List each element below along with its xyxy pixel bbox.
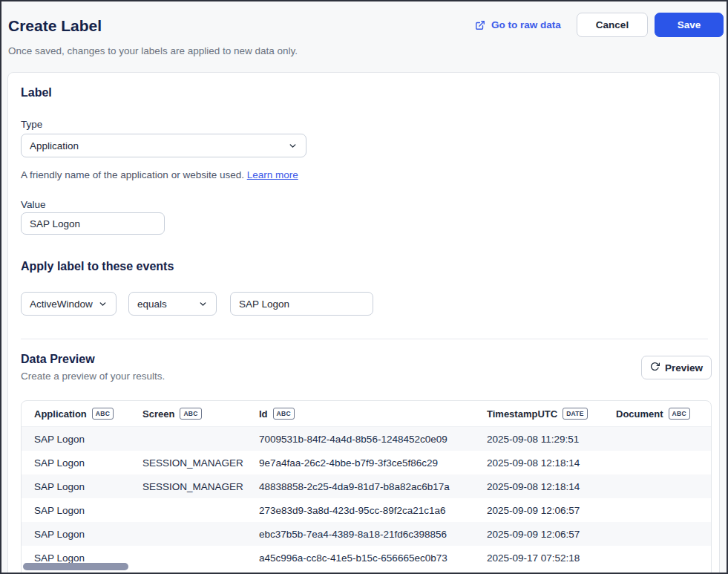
column-type-badge: ABC	[180, 408, 201, 420]
table-header-row: ApplicationABCScreenABCIdABCTimestampUTC…	[22, 401, 711, 427]
table-cell: SAP Logon	[22, 552, 130, 564]
table-cell: 48838858-2c25-4da9-81d7-b8a82ac6b17a	[246, 481, 474, 492]
table-cell: 2025-09-09 12:06:57	[474, 505, 603, 516]
data-preview-subtitle: Create a preview of your results.	[21, 371, 165, 382]
preview-button[interactable]: Preview	[641, 356, 712, 379]
operator-select[interactable]: equals	[128, 292, 217, 316]
section-divider	[21, 339, 708, 339]
type-select[interactable]: Application	[21, 134, 306, 157]
event-field-select[interactable]: ActiveWindow	[21, 292, 117, 316]
column-header[interactable]: DocumentABC	[603, 408, 711, 420]
learn-more-link[interactable]: Learn more	[247, 169, 298, 180]
column-header[interactable]: ApplicationABC	[22, 408, 130, 420]
value-input[interactable]: SAP Logon	[21, 212, 165, 235]
type-helper-text: A friendly name of the application or we…	[21, 169, 298, 180]
table-cell: 2025-09-09 12:06:57	[474, 529, 603, 540]
table-row[interactable]: SAP Logon7009531b-84f2-4a4d-8b56-1248452…	[22, 427, 711, 451]
column-header[interactable]: IdABC	[246, 408, 474, 420]
column-type-badge: ABC	[669, 408, 690, 420]
chevron-down-icon	[288, 141, 298, 151]
refresh-icon	[650, 362, 660, 374]
column-type-badge: DATE	[563, 408, 588, 420]
table-cell: SAP Logon	[22, 505, 130, 516]
column-header[interactable]: TimestampUTCDATE	[474, 408, 603, 420]
table-body: SAP Logon7009531b-84f2-4a4d-8b56-1248452…	[22, 427, 711, 570]
table-cell: 7009531b-84f2-4a4d-8b56-1248452c0e09	[246, 434, 474, 445]
save-button[interactable]: Save	[655, 13, 724, 37]
table-cell: SAP Logon	[22, 434, 130, 445]
table-row[interactable]: SAP LogonSESSION_MANAGER48838858-2c25-4d…	[22, 474, 711, 498]
table-row[interactable]: SAP LogonSESSION_MANAGER9e7a4faa-26c2-4b…	[22, 451, 711, 474]
data-preview-table: ApplicationABCScreenABCIdABCTimestampUTC…	[21, 400, 712, 573]
table-cell: SESSION_MANAGER	[130, 457, 246, 469]
table-cell: SESSION_MANAGER	[130, 481, 246, 492]
chevron-down-icon	[198, 299, 208, 309]
table-cell: SAP Logon	[22, 457, 130, 469]
horizontal-scrollbar-thumb[interactable]	[23, 563, 128, 570]
table-cell: ebc37b5b-7ea4-4389-8a18-21fd6c398856	[246, 529, 474, 540]
column-type-badge: ABC	[92, 408, 114, 420]
apply-section-heading: Apply label to these events	[21, 260, 174, 273]
table-cell: 273e83d9-3a8d-423d-95cc-89f2ca21c1a6	[246, 505, 474, 516]
table-row[interactable]: SAP Logon273e83d9-3a8d-423d-95cc-89f2ca2…	[22, 498, 711, 522]
column-type-badge: ABC	[273, 408, 295, 420]
table-cell: 2025-09-08 12:18:14	[474, 481, 603, 492]
table-cell: 2025-09-08 11:29:51	[474, 434, 603, 445]
page-subtitle: Once saved, changes to your labels are a…	[8, 45, 298, 56]
external-link-icon	[475, 20, 485, 30]
label-section-heading: Label	[21, 86, 52, 100]
table-cell: SAP Logon	[22, 529, 130, 540]
type-label: Type	[21, 119, 42, 130]
table-cell: 9e7a4faa-26c2-4bbe-b7f9-3f3ce5f86c29	[246, 457, 474, 469]
event-value-input[interactable]: SAP Logon	[230, 292, 373, 316]
table-cell: SAP Logon	[22, 481, 130, 492]
data-preview-heading: Data Preview	[21, 353, 95, 366]
table-row[interactable]: SAP Logonebc37b5b-7ea4-4389-8a18-21fd6c3…	[22, 522, 711, 546]
table-cell: a45c996a-cc8c-41e5-b15c-656665ec0b73	[246, 552, 474, 564]
cancel-button[interactable]: Cancel	[577, 13, 648, 37]
table-cell: 2025-09-08 12:18:14	[474, 457, 603, 469]
go-to-raw-data-link[interactable]: Go to raw data	[475, 19, 561, 30]
table-cell: 2025-09-17 07:52:18	[474, 552, 603, 564]
chevron-down-icon	[98, 299, 108, 309]
page-title: Create Label	[8, 17, 102, 35]
value-label: Value	[21, 199, 46, 210]
form-card: Label Type Application A friendly name o…	[7, 72, 720, 574]
column-header[interactable]: ScreenABC	[130, 408, 246, 420]
